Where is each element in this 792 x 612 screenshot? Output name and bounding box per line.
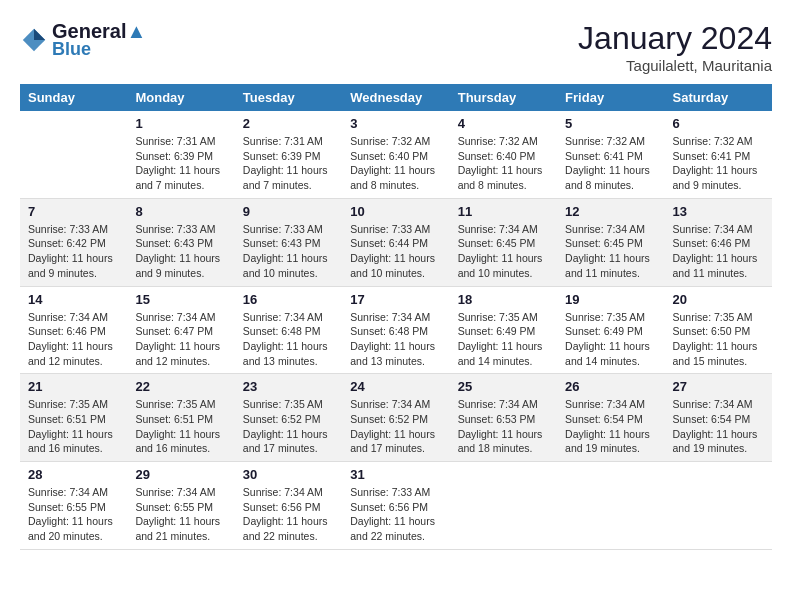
day-number: 10 (350, 204, 441, 219)
day-number: 23 (243, 379, 334, 394)
calendar-cell (20, 111, 127, 198)
day-number: 17 (350, 292, 441, 307)
calendar-cell (450, 462, 557, 550)
day-info: Sunrise: 7:34 AM Sunset: 6:46 PM Dayligh… (28, 310, 119, 369)
day-number: 6 (673, 116, 764, 131)
month-title: January 2024 (578, 20, 772, 57)
calendar-cell: 12Sunrise: 7:34 AM Sunset: 6:45 PM Dayli… (557, 198, 664, 286)
day-number: 29 (135, 467, 226, 482)
day-info: Sunrise: 7:35 AM Sunset: 6:50 PM Dayligh… (673, 310, 764, 369)
calendar-header: SundayMondayTuesdayWednesdayThursdayFrid… (20, 84, 772, 111)
calendar-cell: 31Sunrise: 7:33 AM Sunset: 6:56 PM Dayli… (342, 462, 449, 550)
day-info: Sunrise: 7:34 AM Sunset: 6:48 PM Dayligh… (350, 310, 441, 369)
calendar-cell: 15Sunrise: 7:34 AM Sunset: 6:47 PM Dayli… (127, 286, 234, 374)
day-info: Sunrise: 7:33 AM Sunset: 6:44 PM Dayligh… (350, 222, 441, 281)
day-info: Sunrise: 7:33 AM Sunset: 6:43 PM Dayligh… (243, 222, 334, 281)
day-number: 14 (28, 292, 119, 307)
calendar-cell: 30Sunrise: 7:34 AM Sunset: 6:56 PM Dayli… (235, 462, 342, 550)
calendar-cell: 1Sunrise: 7:31 AM Sunset: 6:39 PM Daylig… (127, 111, 234, 198)
day-info: Sunrise: 7:31 AM Sunset: 6:39 PM Dayligh… (135, 134, 226, 193)
day-info: Sunrise: 7:32 AM Sunset: 6:41 PM Dayligh… (673, 134, 764, 193)
day-info: Sunrise: 7:34 AM Sunset: 6:48 PM Dayligh… (243, 310, 334, 369)
day-info: Sunrise: 7:34 AM Sunset: 6:47 PM Dayligh… (135, 310, 226, 369)
calendar-cell (557, 462, 664, 550)
day-number: 5 (565, 116, 656, 131)
day-info: Sunrise: 7:35 AM Sunset: 6:52 PM Dayligh… (243, 397, 334, 456)
week-row-2: 14Sunrise: 7:34 AM Sunset: 6:46 PM Dayli… (20, 286, 772, 374)
day-info: Sunrise: 7:33 AM Sunset: 6:42 PM Dayligh… (28, 222, 119, 281)
calendar-cell (665, 462, 772, 550)
calendar-cell: 10Sunrise: 7:33 AM Sunset: 6:44 PM Dayli… (342, 198, 449, 286)
day-number: 13 (673, 204, 764, 219)
day-info: Sunrise: 7:34 AM Sunset: 6:54 PM Dayligh… (673, 397, 764, 456)
calendar-cell: 28Sunrise: 7:34 AM Sunset: 6:55 PM Dayli… (20, 462, 127, 550)
logo-icon (20, 26, 48, 54)
day-number: 15 (135, 292, 226, 307)
calendar-cell: 20Sunrise: 7:35 AM Sunset: 6:50 PM Dayli… (665, 286, 772, 374)
day-number: 16 (243, 292, 334, 307)
calendar-cell: 4Sunrise: 7:32 AM Sunset: 6:40 PM Daylig… (450, 111, 557, 198)
calendar-cell: 9Sunrise: 7:33 AM Sunset: 6:43 PM Daylig… (235, 198, 342, 286)
day-number: 11 (458, 204, 549, 219)
logo: General▲ Blue (20, 20, 146, 60)
calendar-cell: 21Sunrise: 7:35 AM Sunset: 6:51 PM Dayli… (20, 374, 127, 462)
calendar-cell: 3Sunrise: 7:32 AM Sunset: 6:40 PM Daylig… (342, 111, 449, 198)
day-info: Sunrise: 7:34 AM Sunset: 6:53 PM Dayligh… (458, 397, 549, 456)
page-header: General▲ Blue January 2024 Taguilalett, … (20, 20, 772, 74)
calendar-cell: 26Sunrise: 7:34 AM Sunset: 6:54 PM Dayli… (557, 374, 664, 462)
day-number: 28 (28, 467, 119, 482)
day-number: 19 (565, 292, 656, 307)
day-info: Sunrise: 7:34 AM Sunset: 6:55 PM Dayligh… (28, 485, 119, 544)
day-number: 2 (243, 116, 334, 131)
calendar-table: SundayMondayTuesdayWednesdayThursdayFrid… (20, 84, 772, 550)
header-row: SundayMondayTuesdayWednesdayThursdayFrid… (20, 84, 772, 111)
calendar-cell: 22Sunrise: 7:35 AM Sunset: 6:51 PM Dayli… (127, 374, 234, 462)
day-info: Sunrise: 7:34 AM Sunset: 6:52 PM Dayligh… (350, 397, 441, 456)
header-cell-wednesday: Wednesday (342, 84, 449, 111)
day-info: Sunrise: 7:35 AM Sunset: 6:49 PM Dayligh… (565, 310, 656, 369)
calendar-cell: 17Sunrise: 7:34 AM Sunset: 6:48 PM Dayli… (342, 286, 449, 374)
calendar-cell: 25Sunrise: 7:34 AM Sunset: 6:53 PM Dayli… (450, 374, 557, 462)
day-info: Sunrise: 7:32 AM Sunset: 6:40 PM Dayligh… (458, 134, 549, 193)
week-row-0: 1Sunrise: 7:31 AM Sunset: 6:39 PM Daylig… (20, 111, 772, 198)
day-number: 26 (565, 379, 656, 394)
day-info: Sunrise: 7:34 AM Sunset: 6:46 PM Dayligh… (673, 222, 764, 281)
day-info: Sunrise: 7:34 AM Sunset: 6:56 PM Dayligh… (243, 485, 334, 544)
day-info: Sunrise: 7:33 AM Sunset: 6:43 PM Dayligh… (135, 222, 226, 281)
day-info: Sunrise: 7:31 AM Sunset: 6:39 PM Dayligh… (243, 134, 334, 193)
svg-marker-1 (34, 29, 45, 40)
day-info: Sunrise: 7:34 AM Sunset: 6:55 PM Dayligh… (135, 485, 226, 544)
calendar-cell: 11Sunrise: 7:34 AM Sunset: 6:45 PM Dayli… (450, 198, 557, 286)
title-block: January 2024 Taguilalett, Mauritania (578, 20, 772, 74)
day-number: 24 (350, 379, 441, 394)
day-info: Sunrise: 7:34 AM Sunset: 6:54 PM Dayligh… (565, 397, 656, 456)
calendar-cell: 18Sunrise: 7:35 AM Sunset: 6:49 PM Dayli… (450, 286, 557, 374)
day-info: Sunrise: 7:35 AM Sunset: 6:51 PM Dayligh… (28, 397, 119, 456)
calendar-cell: 16Sunrise: 7:34 AM Sunset: 6:48 PM Dayli… (235, 286, 342, 374)
day-number: 27 (673, 379, 764, 394)
day-number: 25 (458, 379, 549, 394)
header-cell-friday: Friday (557, 84, 664, 111)
header-cell-thursday: Thursday (450, 84, 557, 111)
logo-text: General▲ Blue (52, 20, 146, 60)
day-number: 7 (28, 204, 119, 219)
day-number: 9 (243, 204, 334, 219)
day-info: Sunrise: 7:32 AM Sunset: 6:40 PM Dayligh… (350, 134, 441, 193)
day-number: 20 (673, 292, 764, 307)
calendar-cell: 14Sunrise: 7:34 AM Sunset: 6:46 PM Dayli… (20, 286, 127, 374)
day-info: Sunrise: 7:35 AM Sunset: 6:51 PM Dayligh… (135, 397, 226, 456)
calendar-cell: 6Sunrise: 7:32 AM Sunset: 6:41 PM Daylig… (665, 111, 772, 198)
calendar-cell: 5Sunrise: 7:32 AM Sunset: 6:41 PM Daylig… (557, 111, 664, 198)
week-row-3: 21Sunrise: 7:35 AM Sunset: 6:51 PM Dayli… (20, 374, 772, 462)
day-info: Sunrise: 7:32 AM Sunset: 6:41 PM Dayligh… (565, 134, 656, 193)
calendar-cell: 29Sunrise: 7:34 AM Sunset: 6:55 PM Dayli… (127, 462, 234, 550)
day-info: Sunrise: 7:34 AM Sunset: 6:45 PM Dayligh… (458, 222, 549, 281)
header-cell-saturday: Saturday (665, 84, 772, 111)
day-number: 21 (28, 379, 119, 394)
calendar-body: 1Sunrise: 7:31 AM Sunset: 6:39 PM Daylig… (20, 111, 772, 549)
calendar-cell: 7Sunrise: 7:33 AM Sunset: 6:42 PM Daylig… (20, 198, 127, 286)
day-number: 18 (458, 292, 549, 307)
calendar-cell: 23Sunrise: 7:35 AM Sunset: 6:52 PM Dayli… (235, 374, 342, 462)
day-number: 8 (135, 204, 226, 219)
week-row-1: 7Sunrise: 7:33 AM Sunset: 6:42 PM Daylig… (20, 198, 772, 286)
